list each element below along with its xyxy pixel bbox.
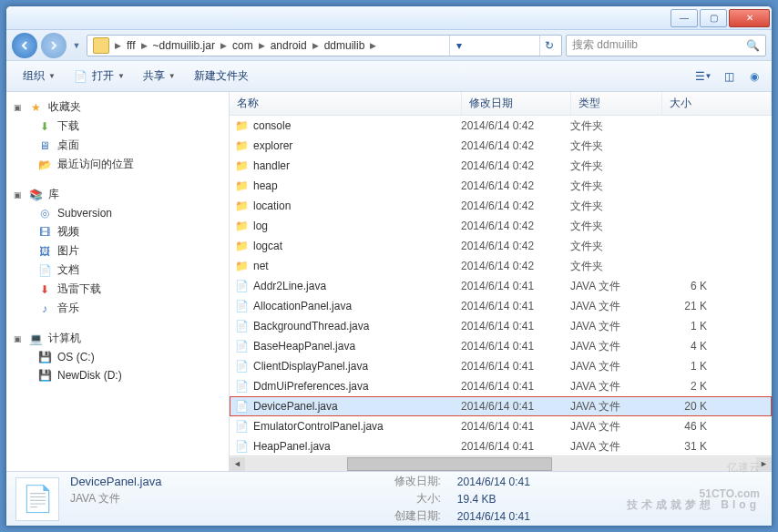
share-button[interactable]: 共享 ▼ [134,65,185,87]
breadcrumb[interactable]: ▶ fff ▶ ~ddmuilib.jar ▶ com ▶ android ▶ … [87,35,562,56]
open-button[interactable]: 📄打开 ▼ [65,65,134,87]
file-row[interactable]: 📁console2014/6/14 0:42文件夹 [230,116,772,136]
file-row[interactable]: 📁handler2014/6/14 0:42文件夹 [230,156,772,176]
forward-button[interactable] [41,33,67,58]
scroll-thumb[interactable] [347,457,551,471]
file-row[interactable]: 📄DevicePanel.java2014/6/14 0:41JAVA 文件20… [230,396,772,416]
file-type: JAVA 文件 [570,359,661,374]
file-icon: 📄 [233,339,250,353]
sidebar-item-subversion[interactable]: ◎Subversion [6,204,229,222]
search-placeholder: 搜索 ddmuilib [572,37,638,53]
file-row[interactable]: 📁net2014/6/14 0:42文件夹 [230,256,772,276]
address-dropdown[interactable]: ▾ [449,36,469,56]
sidebar-item-drive-d[interactable]: 💾NewDisk (D:) [6,366,229,384]
maximize-button[interactable]: ▢ [700,9,727,27]
file-row[interactable]: 📄Addr2Line.java2014/6/14 0:41JAVA 文件6 K [230,276,772,296]
file-list[interactable]: 📁console2014/6/14 0:42文件夹📁explorer2014/6… [230,116,772,455]
breadcrumb-item[interactable]: ddmuilib [321,39,369,52]
file-row[interactable]: 📄DdmUiPreferences.java2014/6/14 0:41JAVA… [230,376,772,396]
file-type: 文件夹 [570,259,661,274]
file-row[interactable]: 📁log2014/6/14 0:42文件夹 [230,216,772,236]
file-row[interactable]: 📄AllocationPanel.java2014/6/14 0:41JAVA … [230,296,772,316]
scroll-left-button[interactable]: ◄ [230,457,245,471]
breadcrumb-item[interactable]: com [229,39,257,52]
file-row[interactable]: 📁location2014/6/14 0:42文件夹 [230,196,772,216]
file-name: AllocationPanel.java [253,300,461,312]
file-name: ClientDisplayPanel.java [253,360,461,373]
horizontal-scrollbar[interactable]: ◄ ► [230,455,772,471]
folder-icon: 📁 [233,199,250,213]
chevron-right-icon: ▶ [311,41,321,50]
file-type: 文件夹 [570,199,661,214]
sidebar-item-recent[interactable]: 📂最近访问的位置 [6,155,229,174]
collapse-icon: ▣ [14,103,23,112]
sidebar-item-thunder[interactable]: ⬇迅雷下载 [6,280,229,299]
file-date: 2014/6/14 0:42 [461,220,570,232]
file-size: 31 K [661,440,707,453]
history-dropdown[interactable]: ▼ [70,34,83,57]
sidebar-item-documents[interactable]: 📄文档 [6,261,229,280]
search-input[interactable]: 搜索 ddmuilib 🔍 [566,35,766,56]
preview-pane-button[interactable]: ◫ [719,66,739,87]
music-icon: ♪ [37,302,52,316]
scroll-track[interactable] [245,457,756,471]
open-icon: 📄 [74,69,88,84]
breadcrumb-item[interactable]: fff [123,39,139,52]
chevron-right-icon: ▶ [219,41,229,50]
file-icon: 📄 [233,439,250,454]
favorites-header[interactable]: ▣★收藏夹 [6,97,229,117]
column-headers: 名称 修改日期 类型 大小 [230,92,772,116]
scroll-right-button[interactable]: ► [756,457,772,471]
file-row[interactable]: 📄HeapPanel.java2014/6/14 0:41JAVA 文件31 K [230,436,772,455]
sidebar-item-downloads[interactable]: ⬇下载 [6,117,229,136]
sidebar-item-music[interactable]: ♪音乐 [6,299,229,318]
download-icon: ⬇ [37,119,52,134]
file-type: 文件夹 [570,239,661,254]
breadcrumb-item[interactable]: android [267,39,311,52]
folder-icon: 📁 [233,118,250,133]
file-date: 2014/6/14 0:42 [461,200,570,212]
details-filename: DevicePanel.java [70,475,270,488]
sidebar-item-pictures[interactable]: 🖼图片 [6,241,229,261]
libraries-header[interactable]: ▣📚库 [6,185,229,204]
search-icon: 🔍 [746,39,760,52]
toolbar: 组织 ▼ 📄打开 ▼ 共享 ▼ 新建文件夹 ☰ ▼ ◫ ◉ [6,61,772,92]
file-row[interactable]: 📁heap2014/6/14 0:42文件夹 [230,176,772,196]
folder-icon: 📁 [233,219,250,233]
file-size: 20 K [661,400,707,413]
file-row[interactable]: 📁logcat2014/6/14 0:42文件夹 [230,236,772,256]
refresh-button[interactable]: ↻ [539,36,559,56]
folder-icon: 📁 [233,239,250,253]
help-button[interactable]: ◉ [744,66,764,87]
drive-icon: 💾 [37,350,52,364]
file-row[interactable]: 📄BackgroundThread.java2014/6/14 0:41JAVA… [230,316,772,336]
folder-icon: 📁 [233,259,250,273]
file-name: handler [253,159,461,172]
folder-icon [93,37,109,54]
sidebar-item-videos[interactable]: 🎞视频 [6,222,229,241]
organize-button[interactable]: 组织 ▼ [14,65,65,87]
file-date: 2014/6/14 0:42 [461,260,570,272]
computer-header[interactable]: ▣💻计算机 [6,329,229,348]
sidebar-item-desktop[interactable]: 🖥桌面 [6,136,229,155]
file-row[interactable]: 📄BaseHeapPanel.java2014/6/14 0:41JAVA 文件… [230,336,772,356]
column-size[interactable]: 大小 [662,92,772,115]
column-date[interactable]: 修改日期 [462,92,571,115]
file-row[interactable]: 📄ClientDisplayPanel.java2014/6/14 0:41JA… [230,356,772,376]
folder-icon: 📁 [233,138,250,153]
breadcrumb-item[interactable]: ~ddmuilib.jar [149,39,219,52]
view-options-button[interactable]: ☰ ▼ [693,66,713,87]
new-folder-button[interactable]: 新建文件夹 [185,65,258,87]
computer-icon: 💻 [28,332,43,346]
column-name[interactable]: 名称 [230,92,462,115]
file-row[interactable]: 📄EmulatorControlPanel.java2014/6/14 0:41… [230,416,772,436]
back-button[interactable] [12,33,37,58]
navigation-pane: ▣★收藏夹 ⬇下载 🖥桌面 📂最近访问的位置 ▣📚库 ◎Subversion 🎞… [6,92,230,471]
minimize-button[interactable]: — [671,9,698,27]
close-button[interactable]: ✕ [729,9,770,27]
details-pane: 📄 DevicePanel.java 修改日期: 2014/6/14 0:41 … [6,471,772,526]
column-type[interactable]: 类型 [571,92,662,115]
file-row[interactable]: 📁explorer2014/6/14 0:42文件夹 [230,136,772,156]
sidebar-item-drive-c[interactable]: 💾OS (C:) [6,348,229,366]
drive-icon: 💾 [37,368,52,383]
